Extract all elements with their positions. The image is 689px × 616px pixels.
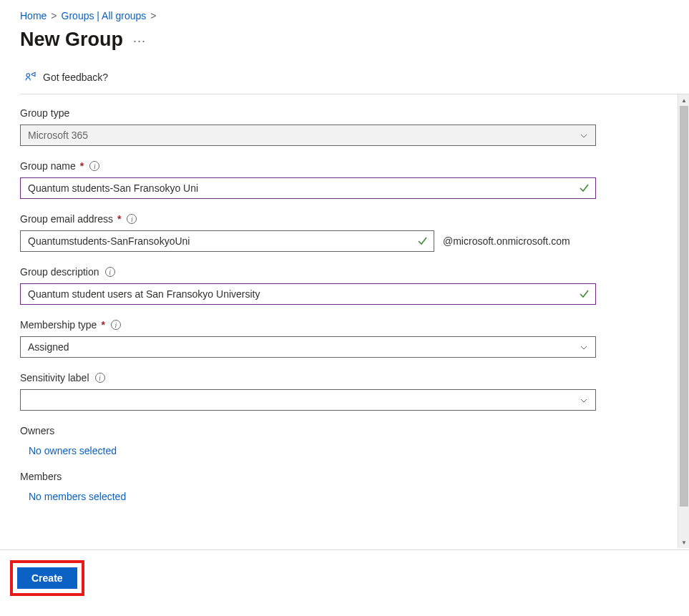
info-icon[interactable]: i (127, 214, 137, 224)
sensitivity-label-label: Sensitivity label i (20, 372, 580, 383)
group-name-label: Group name * i (20, 160, 580, 172)
label-text: Group email address (20, 213, 113, 225)
chevron-down-icon (580, 131, 588, 140)
label-text: Membership type (20, 319, 97, 331)
scrollbar-up-arrow[interactable]: ▲ (678, 94, 689, 106)
group-description-label: Group description i (20, 266, 580, 278)
owners-selector-link[interactable]: No owners selected (20, 445, 580, 456)
footer: Create (0, 550, 689, 596)
info-icon[interactable]: i (105, 267, 115, 277)
group-type-value: Microsoft 365 (28, 129, 88, 141)
create-button[interactable]: Create (17, 567, 77, 589)
required-marker: * (101, 319, 104, 331)
breadcrumb-home[interactable]: Home (20, 10, 47, 21)
more-menu-button[interactable]: ··· (133, 31, 146, 49)
checkmark-icon (578, 182, 590, 194)
group-email-label: Group email address * i (20, 213, 580, 225)
checkmark-icon (578, 288, 590, 300)
svg-point-0 (26, 74, 30, 77)
field-group-email: Group email address * i @microsoft.onmic… (20, 213, 580, 252)
members-label: Members (20, 471, 580, 482)
scrollbar-down-arrow[interactable]: ▼ (678, 537, 689, 548)
field-group-name: Group name * i (20, 160, 580, 199)
new-group-form: Group type Microsoft 365 Group name * i (0, 94, 609, 531)
breadcrumb-separator: > (51, 10, 57, 21)
field-group-description: Group description i (20, 266, 580, 305)
members-selector-link[interactable]: No members selected (20, 491, 580, 502)
form-scroll-container: Group type Microsoft 365 Group name * i (0, 94, 689, 549)
page-header: New Group ··· (0, 29, 689, 71)
group-type-label: Group type (20, 107, 580, 119)
owners-label: Owners (20, 425, 580, 436)
field-membership-type: Membership type * i Assigned (20, 319, 580, 358)
group-type-select[interactable]: Microsoft 365 (20, 124, 596, 146)
label-text: Group description (20, 266, 99, 278)
field-members: Members No members selected (20, 471, 580, 502)
feedback-link[interactable]: Got feedback? (0, 71, 689, 94)
vertical-scrollbar[interactable]: ▲ ▼ (678, 94, 689, 548)
feedback-icon (24, 71, 37, 84)
field-group-type: Group type Microsoft 365 (20, 107, 580, 146)
required-marker: * (80, 160, 84, 172)
chevron-down-icon (580, 396, 588, 404)
required-marker: * (117, 213, 121, 225)
group-description-input-wrap (20, 283, 596, 305)
group-name-input[interactable] (28, 178, 588, 198)
create-button-highlight: Create (10, 560, 84, 596)
scrollbar-thumb[interactable] (680, 106, 688, 507)
feedback-label: Got feedback? (43, 72, 108, 83)
label-text: Group name (20, 160, 76, 172)
group-email-input-wrap (20, 230, 434, 252)
info-icon[interactable]: i (111, 320, 121, 330)
breadcrumb-separator: > (150, 10, 156, 21)
info-icon[interactable]: i (95, 373, 105, 383)
membership-type-value: Assigned (28, 341, 69, 353)
membership-type-label: Membership type * i (20, 319, 580, 331)
label-text: Group type (20, 107, 69, 119)
group-email-row: @microsoft.onmicrosoft.com (20, 230, 580, 252)
page-title: New Group (20, 29, 123, 51)
membership-type-select[interactable]: Assigned (20, 336, 596, 358)
breadcrumb: Home > Groups | All groups > (0, 0, 689, 29)
email-domain-suffix: @microsoft.onmicrosoft.com (443, 235, 570, 247)
label-text: Sensitivity label (20, 372, 89, 383)
field-owners: Owners No owners selected (20, 425, 580, 456)
group-name-input-wrap (20, 177, 596, 199)
group-description-input[interactable] (28, 284, 588, 304)
checkmark-icon (416, 235, 428, 247)
breadcrumb-groups[interactable]: Groups | All groups (62, 10, 147, 21)
field-sensitivity-label: Sensitivity label i (20, 372, 580, 411)
info-icon[interactable]: i (89, 161, 99, 171)
group-email-input[interactable] (28, 231, 426, 251)
chevron-down-icon (580, 343, 588, 351)
sensitivity-label-select[interactable] (20, 389, 596, 411)
